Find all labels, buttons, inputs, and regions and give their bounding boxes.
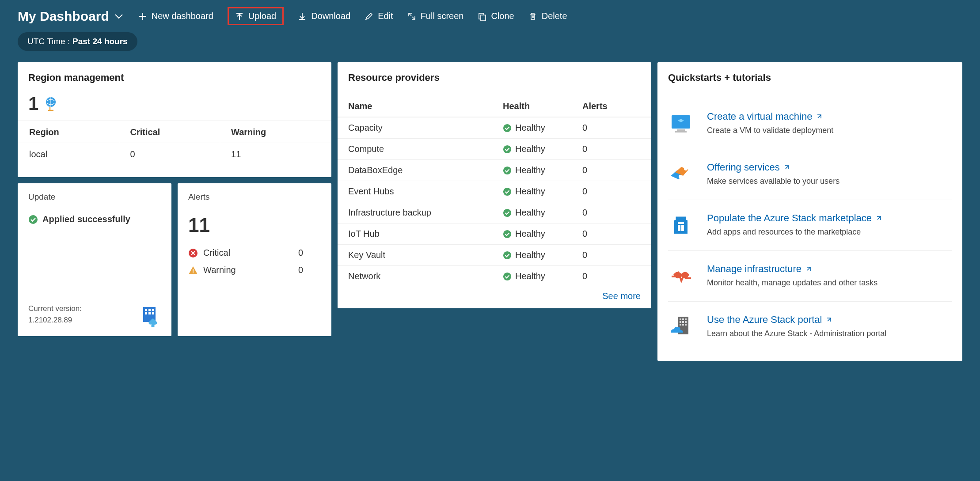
quickstart-icon [668,314,694,340]
svg-point-14 [503,124,511,132]
svg-rect-37 [680,324,681,326]
dashboard-title-dropdown[interactable]: My Dashboard [18,9,124,24]
time-filter-prefix: UTC Time : [27,37,70,46]
rp-cell-health: Healthy [503,186,582,197]
rp-cell-health: Healthy [503,123,582,133]
rp-cell-name: DataBoxEdge [348,165,503,175]
download-button[interactable]: Download [298,11,350,21]
rp-cell-alerts: 0 [582,123,641,133]
svg-point-17 [503,187,511,195]
rp-cell-alerts: 0 [582,144,641,154]
alerts-critical-row[interactable]: Critical 0 [178,244,331,261]
rp-cell-alerts: 0 [582,208,641,218]
quickstart-icon [668,111,694,136]
rp-header-row: Name Health Alerts [338,96,651,117]
quickstarts-tile: Quickstarts + tutorials Create a virtual… [657,62,962,361]
region-cell-critical: 0 [120,144,220,165]
edit-button[interactable]: Edit [365,11,393,21]
update-tile[interactable]: Update Applied successfully Current vers… [18,183,171,336]
svg-rect-34 [680,321,681,323]
quickstarts-title: Quickstarts + tutorials [657,62,962,93]
delete-button[interactable]: Delete [528,11,567,21]
quickstart-icon [668,212,694,238]
rp-row[interactable]: ComputeHealthy0 [338,138,651,159]
svg-rect-24 [675,131,687,133]
region-management-tile[interactable]: Region management 1 Region Critical Warn… [18,62,331,177]
pencil-icon [365,12,373,21]
region-row[interactable]: local 0 11 [19,144,330,165]
rp-row[interactable]: Key VaultHealthy0 [338,244,651,265]
rp-cell-health: Healthy [503,165,582,175]
warning-count: 0 [298,265,321,275]
external-link-icon [816,113,823,120]
rp-row[interactable]: Infrastructure backupHealthy0 [338,202,651,223]
full-screen-button[interactable]: Full screen [407,11,464,21]
region-cell-name: local [19,144,119,165]
error-icon [188,248,198,258]
quickstart-link[interactable]: Create a virtual machine [707,111,823,122]
quickstart-desc: Make services available to your users [707,177,839,186]
rp-row[interactable]: IoT HubHealthy0 [338,223,651,244]
healthy-icon [503,124,512,133]
svg-rect-13 [193,272,194,273]
rp-cell-name: Compute [348,144,503,154]
svg-point-3 [29,215,38,224]
healthy-icon [503,272,512,281]
rp-cell-health: Healthy [503,229,582,239]
rp-cell-alerts: 0 [582,186,641,197]
rp-row[interactable]: Event HubsHealthy0 [338,181,651,202]
quickstart-item: Offering services Make services availabl… [668,149,952,200]
svg-rect-10 [152,312,154,314]
quickstart-link[interactable]: Manage infrastructure [707,263,812,275]
external-link-icon [825,316,832,323]
svg-point-26 [679,175,682,178]
download-label: Download [311,11,350,21]
trash-icon [528,12,537,21]
region-cell-warning: 11 [220,144,330,165]
time-filter-pill[interactable]: UTC Time : Past 24 hours [18,32,137,51]
healthy-icon [503,166,512,175]
upload-button[interactable]: Upload [228,7,284,25]
download-icon [298,12,307,21]
plus-icon [138,12,147,21]
quickstart-desc: Add apps and resources to the marketplac… [707,227,882,237]
update-title: Update [18,183,171,214]
rp-col-alerts: Alerts [582,101,641,111]
rp-row[interactable]: NetworkHealthy0 [338,265,651,287]
see-more-link[interactable]: See more [338,287,651,308]
alerts-warning-row[interactable]: Warning 0 [178,261,331,279]
alerts-total: 11 [178,214,331,244]
globe-icon [43,95,60,112]
dashboard-title: My Dashboard [18,9,109,24]
rp-cell-health: Healthy [503,250,582,260]
healthy-icon [503,145,512,154]
new-dashboard-button[interactable]: New dashboard [138,11,213,21]
resource-providers-tile[interactable]: Resource providers Name Health Alerts Ca… [338,62,651,308]
svg-point-19 [503,230,511,238]
alerts-tile[interactable]: Alerts 11 Critical 0 Warning 0 [178,183,331,336]
svg-rect-32 [682,318,684,320]
version-value: 1.2102.28.89 [28,314,82,326]
clone-button[interactable]: Clone [478,11,514,21]
region-count: 1 [28,93,38,114]
rp-row[interactable]: DataBoxEdgeHealthy0 [338,159,651,181]
chevron-down-icon [114,11,124,22]
quickstart-link[interactable]: Offering services [707,162,790,173]
critical-label: Critical [203,248,230,258]
rp-row[interactable]: CapacityHealthy0 [338,117,651,138]
clone-icon [478,12,486,21]
quickstart-item: Use the Azure Stack portal Learn about t… [668,301,952,352]
quickstart-link[interactable]: Use the Azure Stack portal [707,314,832,326]
healthy-icon [503,187,512,196]
quickstart-desc: Learn about the Azure Stack - Administra… [707,329,886,338]
new-dashboard-label: New dashboard [152,11,213,21]
dashboard-header: My Dashboard New dashboard Upload Downlo… [18,4,962,32]
rp-cell-name: Key Vault [348,250,503,260]
warning-label: Warning [203,265,236,275]
svg-rect-39 [685,324,687,326]
svg-point-21 [503,272,511,280]
quickstart-link[interactable]: Populate the Azure Stack marketplace [707,212,882,224]
warning-icon [188,265,198,275]
resource-providers-title: Resource providers [338,62,651,93]
version-label: Current version: [28,303,82,314]
